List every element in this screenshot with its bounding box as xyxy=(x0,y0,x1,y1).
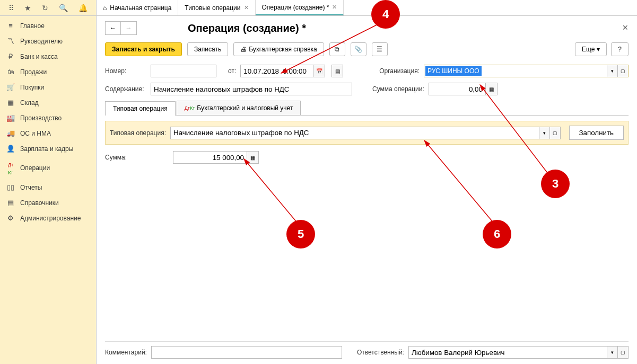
truck-icon: 🚚 xyxy=(6,129,15,137)
resp-dropdown-button[interactable]: ▾ xyxy=(607,347,617,358)
bell-icon[interactable]: 🔔 xyxy=(78,4,88,12)
tab-label: Операция (создание) * xyxy=(262,4,329,11)
sidebar: ≡Главное 〽Руководителю ₽Банк и касса 🛍Пр… xyxy=(0,16,97,364)
gear-icon: ⚙ xyxy=(6,214,15,222)
org-dropdown-button[interactable]: ▾ xyxy=(607,65,617,77)
close-icon[interactable]: ✕ xyxy=(332,4,337,11)
printer-icon: 🖨 xyxy=(240,46,247,53)
chart-icon: 〽 xyxy=(6,37,15,45)
calendar-button[interactable]: 📅 xyxy=(313,65,325,77)
sidebar-item-production[interactable]: 🏭Производство xyxy=(0,110,96,126)
sidebar-item-assets[interactable]: 🚚ОС и НМА xyxy=(0,126,96,141)
title-row: ← → Операция (создание) * xyxy=(105,21,629,35)
person-icon: 👤 xyxy=(6,145,15,153)
resp-input[interactable] xyxy=(409,347,607,358)
sum-op-input[interactable] xyxy=(429,83,486,95)
sidebar-item-warehouse[interactable]: ▦Склад xyxy=(0,95,96,110)
list-button[interactable]: ☰ xyxy=(372,42,388,56)
nav-arrows: ← → xyxy=(105,21,137,35)
sidebar-item-main[interactable]: ≡Главное xyxy=(0,18,96,33)
factory-icon: 🏭 xyxy=(6,114,15,122)
org-label: Организация: xyxy=(379,67,420,75)
bag-icon: 🛍 xyxy=(6,68,15,76)
home-icon: ⌂ xyxy=(103,4,107,12)
cart-icon: 🛒 xyxy=(6,83,15,91)
apps-icon[interactable]: ⠿ xyxy=(8,4,14,12)
sidebar-item-purchases[interactable]: 🛒Покупки xyxy=(0,79,96,95)
top-bar: ⠿ ★ ↻ 🔍 🔔 ⌂ Начальная страница Типовые о… xyxy=(0,0,637,16)
typical-input[interactable] xyxy=(171,127,539,139)
date-extra-button[interactable]: ▤ xyxy=(331,65,343,77)
resp-field[interactable]: ▾ ▢ xyxy=(408,346,629,359)
tab-typical-operation[interactable]: Типовая операция xyxy=(105,101,176,116)
tab-accounting[interactable]: ДтКт Бухгалтерский и налоговый учет xyxy=(177,101,301,115)
comment-input[interactable] xyxy=(151,346,342,359)
more-button[interactable]: Еще ▾ xyxy=(575,42,607,56)
typical-open-button[interactable]: ▢ xyxy=(549,127,560,139)
callout-4: 4 xyxy=(371,0,400,29)
sidebar-item-operations[interactable]: ДтКтОперации xyxy=(0,156,96,180)
tab-home[interactable]: ⌂ Начальная страница xyxy=(97,0,178,15)
sidebar-item-admin[interactable]: ⚙Администрирование xyxy=(0,210,96,226)
tab-label: Типовые операции xyxy=(185,4,240,12)
star-icon[interactable]: ★ xyxy=(24,4,31,12)
close-panel-icon[interactable]: ✕ xyxy=(622,23,629,32)
typical-select[interactable]: ▾ ▢ xyxy=(170,127,561,139)
bottom-row: Комментарий: Ответственный: ▾ ▢ xyxy=(105,341,629,359)
sidebar-item-reports[interactable]: ▯▯Отчеты xyxy=(0,180,96,195)
bars-icon: ▯▯ xyxy=(6,183,15,191)
chevron-down-icon: ▾ xyxy=(597,46,600,53)
typical-label: Типовая операция: xyxy=(110,129,166,137)
attach-button[interactable]: 📎 xyxy=(351,42,367,56)
sum-row: Сумма: ▦ xyxy=(105,151,629,164)
close-icon[interactable]: ✕ xyxy=(244,4,249,11)
content-input[interactable] xyxy=(151,83,352,95)
print-report-button[interactable]: 🖨 Бухгалтерская справка xyxy=(233,42,324,56)
sidebar-item-bank[interactable]: ₽Банк и касса xyxy=(0,49,96,64)
inner-tabs: Типовая операция ДтКт Бухгалтерский и на… xyxy=(105,101,629,116)
org-open-button[interactable]: ▢ xyxy=(617,65,628,77)
boxes-icon: ▦ xyxy=(6,99,15,106)
forward-button[interactable]: → xyxy=(121,21,137,35)
topbar-icon-strip: ⠿ ★ ↻ 🔍 🔔 xyxy=(0,0,97,15)
sum-label: Сумма: xyxy=(105,154,169,161)
back-button[interactable]: ← xyxy=(105,21,121,35)
org-field[interactable]: РУС ШИНЫ ООО ▾ ▢ xyxy=(424,65,629,77)
resp-open-button[interactable]: ▢ xyxy=(617,347,628,358)
typical-op-row: Типовая операция: ▾ ▢ Заполнить xyxy=(105,121,629,145)
sum-calc-button[interactable]: ▦ xyxy=(247,151,259,164)
sum-op-label: Сумма операции: xyxy=(372,85,424,93)
fill-button[interactable]: Заполнить xyxy=(569,126,624,140)
typical-dropdown-button[interactable]: ▾ xyxy=(539,127,549,139)
sidebar-item-hr[interactable]: 👤Зарплата и кадры xyxy=(0,141,96,156)
dtkt-icon: ДтКт xyxy=(185,106,195,110)
structure-button[interactable]: ⧉ xyxy=(329,42,345,56)
row-content-sum: Содержание: Сумма операции: ▦ xyxy=(105,83,629,95)
history-icon[interactable]: ↻ xyxy=(42,4,48,12)
callout-5: 5 xyxy=(286,220,315,248)
help-button[interactable]: ? xyxy=(611,42,629,56)
number-input[interactable] xyxy=(151,65,216,77)
save-close-button[interactable]: Записать и закрыть xyxy=(105,42,182,56)
tab-typical-ops[interactable]: Типовые операции ✕ xyxy=(178,0,255,15)
page-title: Операция (создание) * xyxy=(188,22,306,34)
sidebar-item-sales[interactable]: 🛍Продажи xyxy=(0,64,96,79)
sidebar-item-directories[interactable]: ▤Справочники xyxy=(0,195,96,210)
menu-icon: ≡ xyxy=(6,22,15,30)
tab-operation-create[interactable]: Операция (создание) * ✕ xyxy=(256,0,344,15)
callout-3: 3 xyxy=(541,170,570,198)
comment-label: Комментарий: xyxy=(105,349,147,356)
tab-label: Начальная страница xyxy=(110,4,171,12)
sum-input[interactable] xyxy=(173,151,247,164)
save-button[interactable]: Записать xyxy=(187,42,228,56)
number-label: Номер: xyxy=(105,67,146,75)
date-input[interactable] xyxy=(240,65,313,77)
calc-button[interactable]: ▦ xyxy=(486,83,498,95)
toolbar: Записать и закрыть Записать 🖨 Бухгалтерс… xyxy=(105,42,629,56)
search-icon[interactable]: 🔍 xyxy=(59,4,68,12)
ruble-icon: ₽ xyxy=(6,52,15,60)
callout-6: 6 xyxy=(483,220,511,248)
row-number-date: Номер: от: 📅 ▤ Организация: РУС ШИНЫ ООО… xyxy=(105,65,629,77)
window-tabs: ⌂ Начальная страница Типовые операции ✕ … xyxy=(97,0,344,15)
sidebar-item-manager[interactable]: 〽Руководителю xyxy=(0,33,96,49)
